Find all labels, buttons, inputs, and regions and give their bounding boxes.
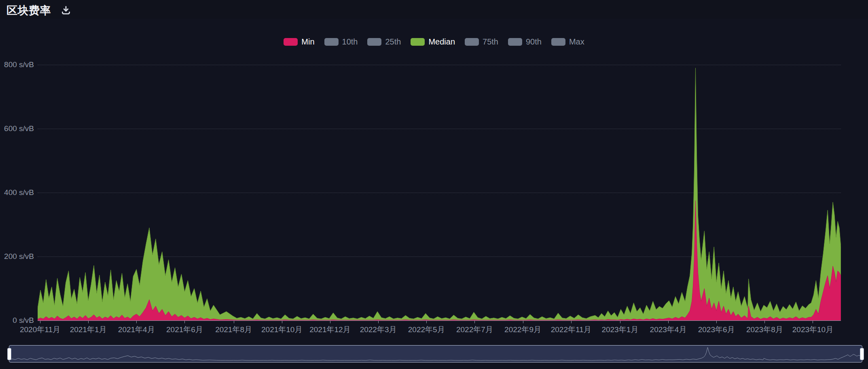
y-axis-label: 0 s/vB (2, 316, 34, 325)
legend-item-10th[interactable]: 10th (324, 37, 358, 47)
navigator-mini-chart (9, 346, 862, 362)
x-axis-tick (234, 320, 234, 323)
x-axis-tick (716, 320, 717, 323)
x-axis-tick (523, 320, 523, 323)
legend: Min10th25thMedian75th90thMax (0, 37, 868, 47)
download-icon (61, 5, 73, 15)
navigator-left-handle[interactable] (7, 348, 11, 360)
download-button[interactable] (61, 5, 73, 16)
legend-label: 90th (526, 37, 542, 47)
x-axis-tick (378, 320, 379, 323)
x-axis-tick (620, 320, 620, 323)
plot-area[interactable] (38, 53, 841, 320)
x-axis-label: 2021年12月 (309, 324, 350, 335)
navigator-right-handle[interactable] (860, 348, 864, 360)
y-axis-label: 200 s/vB (2, 252, 34, 261)
x-axis-label: 2023年8月 (746, 324, 783, 335)
x-axis-tick (571, 320, 572, 323)
legend-label: Max (569, 37, 584, 47)
y-axis-label: 400 s/vB (2, 188, 34, 197)
legend-label: Median (428, 37, 455, 47)
legend-item-median[interactable]: Median (411, 37, 455, 47)
legend-label: 75th (483, 37, 498, 47)
legend-label: Min (301, 37, 314, 47)
navigator-series-line (9, 347, 862, 360)
x-axis-label: 2022年3月 (360, 324, 397, 335)
x-axis-tick (282, 320, 282, 323)
legend-item-min[interactable]: Min (284, 37, 314, 47)
legend-item-25th[interactable]: 25th (367, 37, 401, 47)
legend-swatch (367, 38, 381, 46)
y-axis-label: 600 s/vB (2, 124, 34, 133)
block-fee-rates-chart-panel: 区块费率 Min10th25thMedian75th90thMax 0 s/vB… (0, 0, 868, 369)
x-axis-tick (813, 320, 813, 323)
legend-item-75th[interactable]: 75th (465, 37, 498, 47)
x-axis-label: 2021年10月 (261, 324, 302, 335)
legend-label: 10th (342, 37, 358, 47)
page-title: 区块费率 (6, 3, 51, 18)
legend-swatch (324, 38, 339, 46)
x-axis-tick (330, 320, 330, 323)
range-navigator[interactable] (9, 345, 862, 363)
x-axis-label: 2022年9月 (504, 324, 541, 335)
x-axis-label: 2021年1月 (70, 324, 107, 335)
x-axis-tick (764, 320, 765, 323)
legend-swatch (508, 38, 522, 46)
header-bar: 区块费率 (0, 0, 868, 19)
x-axis-label: 2022年5月 (408, 324, 445, 335)
x-axis-label: 2021年6月 (166, 324, 203, 335)
x-axis-label: 2020年11月 (20, 324, 60, 335)
x-axis-tick (40, 320, 40, 323)
median-area-series (38, 68, 841, 320)
x-axis-label: 2023年6月 (698, 324, 735, 335)
x-axis-label: 2023年4月 (650, 324, 687, 335)
x-axis-label: 2022年11月 (551, 324, 591, 335)
x-axis-tick (474, 320, 475, 323)
x-axis-label: 2021年8月 (215, 324, 252, 335)
legend-swatch (411, 38, 425, 46)
legend-swatch (465, 38, 479, 46)
legend-label: 25th (385, 37, 401, 47)
x-axis-line (38, 320, 841, 321)
x-axis-tick (136, 320, 137, 323)
y-axis-label: 800 s/vB (2, 60, 34, 69)
x-axis-label: 2022年7月 (456, 324, 493, 335)
x-axis-label: 2023年1月 (601, 324, 638, 335)
x-axis-label: 2021年4月 (118, 324, 155, 335)
legend-item-90th[interactable]: 90th (508, 37, 542, 47)
x-axis-label: 2023年10月 (792, 324, 833, 335)
legend-item-max[interactable]: Max (551, 37, 584, 47)
x-axis-tick (184, 320, 185, 323)
legend-swatch (284, 38, 298, 46)
x-axis-tick (668, 320, 669, 323)
x-axis-tick (426, 320, 427, 323)
x-axis-tick (88, 320, 89, 323)
legend-swatch (551, 38, 565, 46)
